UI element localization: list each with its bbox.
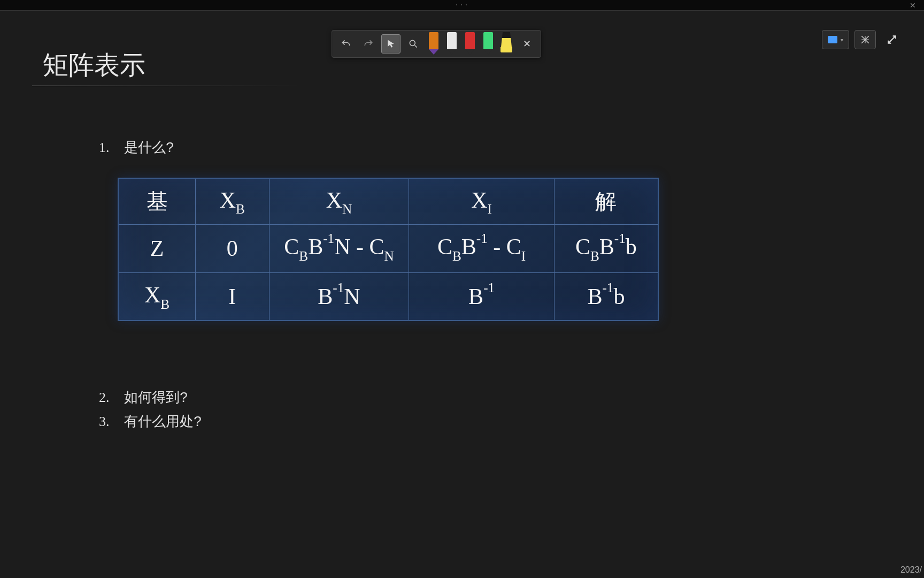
table-row-z: Z 0 CBB-1N - CN CBB-1 - CI CBB-1b (118, 224, 658, 272)
bullet-item-1: 1. 是什么? (99, 138, 174, 157)
xb-c4: B-1b (554, 272, 658, 321)
xb-c2: B-1N (269, 272, 409, 321)
chevron-down-icon: ▾ (841, 37, 843, 43)
eraser-button[interactable] (854, 30, 876, 49)
magnify-tool[interactable] (404, 34, 423, 54)
svg-point-0 (410, 40, 415, 45)
highlighter-yellow[interactable] (499, 32, 514, 56)
pen-white[interactable] (444, 32, 459, 56)
window-titlebar: • • • ✕ (0, 0, 924, 11)
pen-green[interactable] (481, 32, 496, 56)
pen-orange[interactable] (426, 32, 441, 56)
z-label: Z (118, 224, 196, 272)
close-icon[interactable]: ✕ (910, 1, 916, 10)
cursor-tool[interactable] (381, 34, 401, 54)
title-underline (32, 86, 305, 86)
titlebar-handle[interactable]: • • • (456, 3, 468, 7)
date-stamp: 2023/ (900, 565, 922, 575)
bullet-item-3: 3. 有什么用处? (99, 412, 202, 431)
close-toolbar-button[interactable]: ✕ (517, 34, 536, 54)
fullscreen-button[interactable] (881, 30, 903, 49)
z-c2: CBB-1N - CN (269, 224, 409, 272)
z-c3: CBB-1 - CI (409, 224, 555, 272)
redo-button[interactable] (359, 34, 378, 54)
table-header-row: 基 XB XN XI 解 (118, 178, 658, 224)
header-xn: XN (269, 178, 409, 224)
slide-title: 矩阵表示 (43, 48, 145, 82)
header-xb: XB (196, 178, 270, 224)
table-row-xb: XB I B-1N B-1 B-1b (118, 272, 658, 321)
xb-c3: B-1 (409, 272, 555, 321)
bullet-item-2: 2. 如何得到? (99, 388, 188, 407)
xb-c1: I (196, 272, 270, 321)
annotation-toolbar: ✕ (332, 30, 541, 58)
slide-area: ✕ ▾ 矩阵表示 1. 是什么? 基 XB XN XI 解 Z 0 (0, 11, 924, 578)
undo-button[interactable] (336, 34, 356, 54)
subtitle-icon (828, 36, 837, 43)
xb-label: XB (118, 272, 196, 321)
header-xi: XI (409, 178, 555, 224)
presenter-controls: ▾ (822, 30, 903, 49)
z-c4: CBB-1b (554, 224, 658, 272)
header-sol: 解 (554, 178, 658, 224)
pen-red[interactable] (463, 32, 478, 56)
subtitle-toggle[interactable]: ▾ (822, 30, 849, 49)
z-c1: 0 (196, 224, 270, 272)
header-basis: 基 (118, 178, 196, 224)
matrix-table: 基 XB XN XI 解 Z 0 CBB-1N - CN CBB-1 - CI … (118, 178, 659, 321)
